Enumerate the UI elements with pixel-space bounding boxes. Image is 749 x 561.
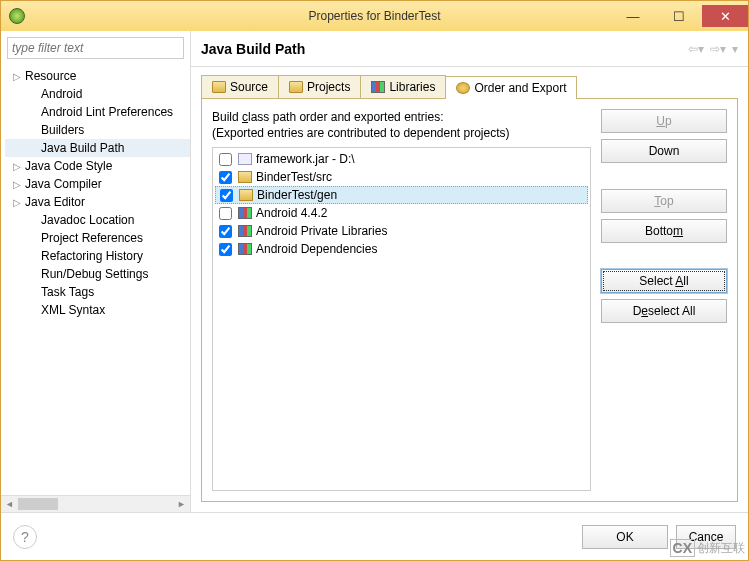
tree-item[interactable]: Project References: [5, 229, 190, 247]
tree-item[interactable]: ▷Java Code Style: [5, 157, 190, 175]
tree-item[interactable]: Javadoc Location: [5, 211, 190, 229]
ok-button[interactable]: OK: [582, 525, 668, 549]
bottom-button[interactable]: Bottom: [601, 219, 727, 243]
folder-icon: [289, 81, 303, 93]
select-all-button[interactable]: Select All: [601, 269, 727, 293]
books-icon: [371, 81, 385, 93]
tree-item[interactable]: Builders: [5, 121, 190, 139]
list-item[interactable]: BinderTest/gen: [215, 186, 588, 204]
tree-item-label: Resource: [25, 69, 76, 83]
tree-item-label: Java Build Path: [41, 141, 124, 155]
tree-item-label: Task Tags: [41, 285, 94, 299]
folder-icon: [239, 189, 253, 201]
tree-item-label: Refactoring History: [41, 249, 143, 263]
tab-projects[interactable]: Projects: [278, 75, 361, 98]
tree-item-label: Project References: [41, 231, 143, 245]
tree-item[interactable]: Refactoring History: [5, 247, 190, 265]
top-button[interactable]: Top: [601, 189, 727, 213]
deselect-all-button[interactable]: Deselect All: [601, 299, 727, 323]
entry-label: BinderTest/src: [256, 170, 332, 184]
lib-icon: [238, 207, 252, 219]
tree-item[interactable]: Task Tags: [5, 283, 190, 301]
tree-item[interactable]: ▷Resource: [5, 67, 190, 85]
entry-label: Android 4.4.2: [256, 206, 327, 220]
tab-order-export[interactable]: Order and Export: [445, 76, 577, 99]
lib-icon: [238, 243, 252, 255]
export-checkbox[interactable]: [219, 207, 232, 220]
export-checkbox[interactable]: [219, 171, 232, 184]
tree-item-label: Java Code Style: [25, 159, 112, 173]
tree-item[interactable]: Android Lint Preferences: [5, 103, 190, 121]
back-icon[interactable]: ⇦▾: [688, 42, 704, 56]
tree-item-label: Run/Debug Settings: [41, 267, 148, 281]
entries-list[interactable]: framework.jar - D:\BinderTest/srcBinderT…: [212, 147, 591, 491]
forward-icon[interactable]: ⇨▾: [710, 42, 726, 56]
expand-icon: ▷: [13, 197, 25, 208]
tab-libraries[interactable]: Libraries: [360, 75, 446, 98]
tree-item-label: Android: [41, 87, 82, 101]
horizontal-scrollbar[interactable]: ◄ ►: [1, 495, 190, 512]
tree-item-label: Builders: [41, 123, 84, 137]
description-text: Build class path order and exported entr…: [212, 109, 591, 141]
list-item[interactable]: Android Dependencies: [215, 240, 588, 258]
list-item[interactable]: Android Private Libraries: [215, 222, 588, 240]
titlebar[interactable]: Properties for BinderTest — ☐ ✕: [1, 1, 748, 31]
entry-label: Android Dependencies: [256, 242, 377, 256]
category-sidebar: ▷ResourceAndroidAndroid Lint Preferences…: [1, 31, 191, 512]
category-tree[interactable]: ▷ResourceAndroidAndroid Lint Preferences…: [1, 65, 190, 495]
cancel-button[interactable]: Cance: [676, 525, 736, 549]
jar-icon: [238, 153, 252, 165]
entry-label: BinderTest/gen: [257, 188, 337, 202]
menu-icon[interactable]: ▾: [732, 42, 738, 56]
maximize-button[interactable]: ☐: [656, 5, 702, 27]
expand-icon: ▷: [13, 179, 25, 190]
scroll-left-icon[interactable]: ◄: [1, 496, 18, 512]
tree-item[interactable]: Java Build Path: [5, 139, 190, 157]
tree-item-label: XML Syntax: [41, 303, 105, 317]
export-checkbox[interactable]: [220, 189, 233, 202]
tree-item[interactable]: ▷Java Editor: [5, 193, 190, 211]
close-button[interactable]: ✕: [702, 5, 748, 27]
scroll-thumb[interactable]: [18, 498, 58, 510]
tabs: Source Projects Libraries Order and Expo…: [201, 75, 738, 99]
folder-icon: [212, 81, 226, 93]
order-export-icon: [456, 82, 470, 94]
tab-source[interactable]: Source: [201, 75, 279, 98]
filter-input[interactable]: [7, 37, 184, 59]
export-checkbox[interactable]: [219, 153, 232, 166]
scroll-right-icon[interactable]: ►: [173, 496, 190, 512]
minimize-button[interactable]: —: [610, 5, 656, 27]
tree-item-label: Java Compiler: [25, 177, 102, 191]
export-checkbox[interactable]: [219, 243, 232, 256]
down-button[interactable]: Down: [601, 139, 727, 163]
folder-icon: [238, 171, 252, 183]
entry-label: Android Private Libraries: [256, 224, 387, 238]
list-item[interactable]: Android 4.4.2: [215, 204, 588, 222]
tree-item-label: Java Editor: [25, 195, 85, 209]
entry-label: framework.jar - D:\: [256, 152, 355, 166]
tree-item-label: Android Lint Preferences: [41, 105, 173, 119]
page-title: Java Build Path: [201, 41, 688, 57]
tree-item[interactable]: ▷Java Compiler: [5, 175, 190, 193]
tree-item[interactable]: Run/Debug Settings: [5, 265, 190, 283]
tree-item-label: Javadoc Location: [41, 213, 134, 227]
list-item[interactable]: framework.jar - D:\: [215, 150, 588, 168]
help-icon[interactable]: ?: [13, 525, 37, 549]
up-button[interactable]: Up: [601, 109, 727, 133]
expand-icon: ▷: [13, 161, 25, 172]
export-checkbox[interactable]: [219, 225, 232, 238]
tree-item[interactable]: Android: [5, 85, 190, 103]
expand-icon: ▷: [13, 71, 25, 82]
list-item[interactable]: BinderTest/src: [215, 168, 588, 186]
tree-item[interactable]: XML Syntax: [5, 301, 190, 319]
lib-icon: [238, 225, 252, 237]
app-icon: [9, 8, 25, 24]
